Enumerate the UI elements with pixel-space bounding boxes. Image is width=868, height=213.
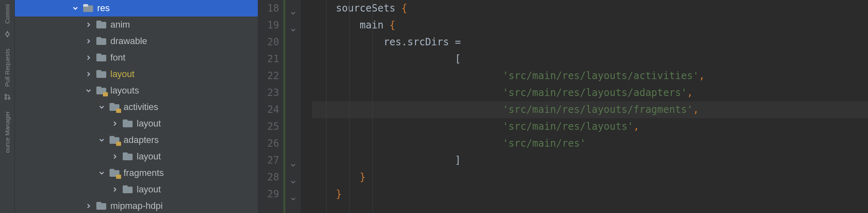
indent-guide: [349, 0, 350, 213]
tool-tab-pull-requests[interactable]: Pull Requests: [4, 44, 11, 91]
tool-tab-resource-manager[interactable]: ource Manager: [4, 107, 11, 157]
folder-icon: [123, 185, 133, 194]
fold-toggle-icon[interactable]: [290, 191, 297, 197]
svg-point-4: [5, 98, 6, 99]
commit-icon: [4, 30, 11, 38]
folder-icon: [96, 70, 106, 78]
line-number[interactable]: 21: [258, 51, 279, 68]
ide-root: Commi Pull Requests ource Manager resani…: [0, 0, 868, 213]
tree-item-label: layouts: [110, 86, 139, 95]
folder-icon: [96, 202, 106, 210]
editor-fold-gutter[interactable]: [283, 0, 301, 213]
line-number[interactable]: 22: [258, 68, 279, 84]
indent-guide: [372, 0, 373, 213]
line-number[interactable]: 19: [258, 17, 279, 34]
tree-item-label: layout: [110, 70, 135, 79]
code-line[interactable]: sourceSets {: [312, 0, 868, 17]
tree-item-label: layout: [137, 119, 161, 128]
editor-code-area[interactable]: sourceSets { main { res.srcDirs = [ 'src…: [301, 0, 868, 213]
tree-item-label: drawable: [110, 37, 147, 46]
chevron-down-icon[interactable]: [72, 5, 79, 12]
editor-gutter[interactable]: 181920212223242526272829: [258, 0, 283, 213]
code-line[interactable]: ]: [312, 152, 868, 169]
code-line[interactable]: 'src/main/res/layouts/adapters',: [312, 84, 868, 101]
tool-window-strip: Commi Pull Requests ource Manager: [0, 0, 15, 213]
folder-icon: [123, 152, 133, 161]
line-number[interactable]: 20: [258, 34, 279, 51]
tree-item-layout[interactable]: layout: [15, 148, 258, 165]
chevron-down-icon[interactable]: [98, 103, 105, 111]
code-line[interactable]: main {: [312, 17, 868, 34]
code-editor[interactable]: 181920212223242526272829 sourceSets { ma…: [258, 0, 868, 213]
svg-point-5: [8, 98, 9, 99]
folder-icon: [110, 169, 119, 177]
chevron-right-icon[interactable]: [111, 153, 119, 160]
fold-toggle-icon[interactable]: [290, 5, 297, 12]
fold-toggle-icon[interactable]: [290, 174, 297, 180]
chevron-right-icon[interactable]: [85, 202, 92, 210]
chevron-down-icon[interactable]: [98, 169, 105, 177]
code-line[interactable]: 'src/main/res/layouts/activities',: [312, 68, 868, 84]
chevron-down-icon[interactable]: [98, 136, 105, 144]
line-number[interactable]: 29: [258, 186, 279, 203]
line-number[interactable]: 24: [258, 101, 279, 118]
tree-item-layout[interactable]: layout: [15, 115, 258, 132]
tree-item-adapters[interactable]: adapters: [15, 132, 258, 148]
tree-item-label: adapters: [124, 136, 159, 145]
folder-icon: [96, 37, 106, 45]
tree-item-activities[interactable]: activities: [15, 99, 258, 115]
tree-item-layout[interactable]: layout: [15, 181, 258, 198]
folder-icon: [96, 87, 106, 95]
tree-item-label: res: [97, 4, 110, 13]
code-line[interactable]: res.srcDirs =: [312, 34, 868, 51]
chevron-right-icon[interactable]: [111, 186, 119, 193]
tree-item-fragments[interactable]: fragments: [15, 165, 258, 181]
chevron-right-icon[interactable]: [111, 120, 119, 127]
code-line[interactable]: 'src/main/res': [312, 135, 868, 152]
tree-item-res[interactable]: res: [15, 0, 258, 16]
tool-tab-commit[interactable]: Commi: [4, 0, 11, 28]
code-line[interactable]: }: [312, 186, 868, 203]
tree-item-label: fragments: [124, 169, 164, 178]
project-tree[interactable]: resanimdrawablefontlayoutlayoutsactiviti…: [15, 0, 258, 213]
chevron-right-icon[interactable]: [85, 37, 92, 45]
svg-point-3: [5, 94, 6, 96]
line-number[interactable]: 26: [258, 135, 279, 152]
chevron-down-icon[interactable]: [85, 87, 92, 94]
folder-icon: [110, 136, 119, 144]
tree-item-label: anim: [110, 20, 130, 29]
line-number[interactable]: 27: [258, 152, 279, 169]
folder-icon: [110, 103, 119, 111]
code-line[interactable]: 'src/main/res/layouts/fragments',: [312, 101, 868, 118]
tree-item-layouts[interactable]: layouts: [15, 82, 258, 99]
tree-item-mipmap-hdpi[interactable]: mipmap-hdpi: [15, 198, 258, 213]
fold-toggle-icon[interactable]: [290, 22, 297, 28]
tree-item-label: activities: [124, 103, 158, 112]
tree-item-drawable[interactable]: drawable: [15, 33, 258, 49]
tree-item-label: layout: [137, 152, 161, 161]
folder-icon: [96, 21, 106, 29]
code-line[interactable]: [: [312, 51, 868, 68]
svg-point-0: [6, 33, 9, 36]
tree-item-layout[interactable]: layout: [15, 66, 258, 82]
line-number[interactable]: 25: [258, 118, 279, 135]
chevron-right-icon[interactable]: [85, 21, 92, 28]
folder-icon: [96, 54, 106, 62]
folder-icon: [123, 119, 133, 128]
indent-guide: [326, 0, 327, 213]
chevron-right-icon[interactable]: [85, 70, 92, 78]
fold-toggle-icon[interactable]: [290, 157, 297, 164]
chevron-right-icon[interactable]: [85, 54, 92, 61]
folder-icon: [83, 4, 93, 12]
code-line[interactable]: }: [312, 169, 868, 186]
line-number[interactable]: 23: [258, 84, 279, 101]
tree-item-anim[interactable]: anim: [15, 16, 258, 33]
tree-item-label: font: [110, 53, 126, 62]
code-line[interactable]: 'src/main/res/layouts',: [312, 118, 868, 135]
tree-item-label: layout: [137, 185, 161, 194]
tree-item-label: mipmap-hdpi: [110, 201, 163, 211]
line-number[interactable]: 28: [258, 169, 279, 186]
line-number[interactable]: 18: [258, 0, 279, 17]
pull-request-icon: [4, 93, 11, 101]
tree-item-font[interactable]: font: [15, 49, 258, 66]
